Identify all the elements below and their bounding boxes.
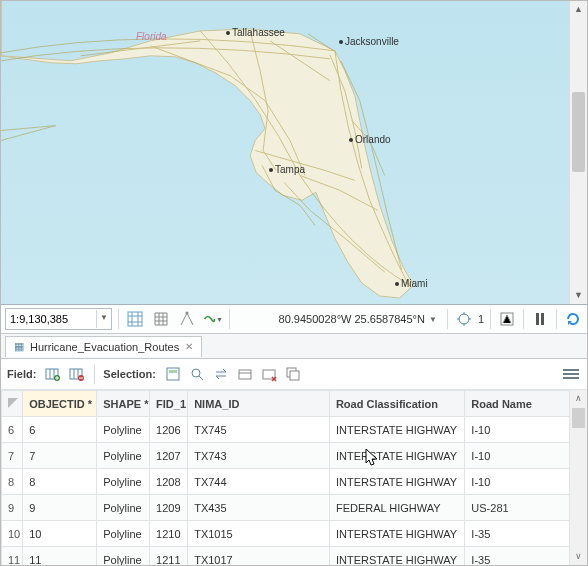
map-label-miami: Miami bbox=[395, 278, 428, 289]
dropdown-icon[interactable]: ▼ bbox=[429, 315, 437, 324]
cell-road-classification: INTERSTATE HIGHWAY bbox=[329, 417, 464, 443]
scroll-thumb[interactable] bbox=[572, 92, 585, 172]
scroll-down-icon[interactable]: ▼ bbox=[570, 287, 587, 304]
cell-road-classification: FEDERAL HIGHWAY bbox=[329, 495, 464, 521]
svg-point-10 bbox=[192, 369, 200, 377]
cell-nima-id: TX744 bbox=[188, 469, 330, 495]
cell-fid: 1209 bbox=[150, 495, 188, 521]
row-number[interactable]: 6 bbox=[2, 417, 23, 443]
row-number[interactable]: 7 bbox=[2, 443, 23, 469]
cell-nima-id: TX1015 bbox=[188, 521, 330, 547]
cell-nima-id: TX743 bbox=[188, 443, 330, 469]
dropdown-icon[interactable]: ▼ bbox=[96, 310, 111, 328]
row-number[interactable]: 10 bbox=[2, 521, 23, 547]
svg-point-1 bbox=[186, 312, 189, 315]
cell-road-classification: INTERSTATE HIGHWAY bbox=[329, 521, 464, 547]
svg-rect-14 bbox=[290, 371, 299, 380]
map-scale-combo[interactable]: ▼ bbox=[5, 308, 112, 330]
column-header-objectid[interactable]: OBJECTID * bbox=[23, 391, 97, 417]
cell-shape: Polyline bbox=[97, 547, 150, 566]
cell-shape: Polyline bbox=[97, 495, 150, 521]
grid-button[interactable] bbox=[151, 309, 171, 329]
snap-to-grid-button[interactable] bbox=[125, 309, 145, 329]
cell-objectid: 6 bbox=[23, 417, 97, 443]
table-row[interactable]: 1010Polyline1210TX1015INTERSTATE HIGHWAY… bbox=[2, 521, 587, 547]
cell-objectid: 9 bbox=[23, 495, 97, 521]
scroll-thumb[interactable] bbox=[572, 408, 585, 428]
scroll-up-icon[interactable]: ∧ bbox=[570, 390, 587, 407]
coordinate-display[interactable]: 80.9450028°W 25.6587845°N ▼ bbox=[279, 313, 437, 325]
switch-selection-button[interactable] bbox=[212, 365, 230, 383]
selectable-layers-button[interactable] bbox=[497, 309, 517, 329]
column-header-fid[interactable]: FID_1 bbox=[150, 391, 188, 417]
clear-selection-button[interactable] bbox=[236, 365, 254, 383]
add-field-button[interactable] bbox=[44, 365, 62, 383]
cell-fid: 1206 bbox=[150, 417, 188, 443]
scroll-down-icon[interactable]: ∨ bbox=[570, 548, 587, 565]
column-header-nima-id[interactable]: NIMA_ID bbox=[188, 391, 330, 417]
cell-shape: Polyline bbox=[97, 443, 150, 469]
close-tab-icon[interactable]: ✕ bbox=[185, 341, 193, 352]
delete-selection-button[interactable] bbox=[260, 365, 278, 383]
cell-shape: Polyline bbox=[97, 417, 150, 443]
map-view[interactable]: Florida Tallahassee Jacksonville Orlando… bbox=[1, 1, 587, 305]
table-header-row: OBJECTID * SHAPE * FID_1 NIMA_ID Road Cl… bbox=[2, 391, 587, 417]
cell-road-classification: INTERSTATE HIGHWAY bbox=[329, 443, 464, 469]
tab-title: Hurricane_Evacuation_Routes bbox=[30, 341, 179, 353]
selected-features-count: 1 bbox=[478, 313, 484, 325]
inference-button[interactable]: ▼ bbox=[203, 309, 223, 329]
cell-fid: 1207 bbox=[150, 443, 188, 469]
svg-point-2 bbox=[459, 314, 469, 324]
pause-drawing-button[interactable] bbox=[530, 309, 550, 329]
cell-fid: 1208 bbox=[150, 469, 188, 495]
map-vertical-scrollbar[interactable]: ▲ ▼ bbox=[569, 1, 587, 304]
zoom-to-selection-button[interactable] bbox=[188, 365, 206, 383]
table-vertical-scrollbar[interactable]: ∧ ∨ bbox=[569, 390, 587, 565]
table-tab[interactable]: ▦ Hurricane_Evacuation_Routes ✕ bbox=[5, 336, 202, 357]
refresh-button[interactable] bbox=[563, 309, 583, 329]
cell-shape: Polyline bbox=[97, 469, 150, 495]
row-number[interactable]: 11 bbox=[2, 547, 23, 566]
cell-objectid: 11 bbox=[23, 547, 97, 566]
field-label: Field: bbox=[7, 368, 36, 380]
table-row[interactable]: 99Polyline1209TX435FEDERAL HIGHWAYUS-281 bbox=[2, 495, 587, 521]
map-label-orlando: Orlando bbox=[349, 134, 391, 145]
map-label-tampa: Tampa bbox=[269, 164, 305, 175]
svg-rect-8 bbox=[167, 368, 179, 380]
cell-nima-id: TX1017 bbox=[188, 547, 330, 566]
map-status-bar: ▼ ▼ 80.9450028°W 25.6587845°N ▼ 1 bbox=[1, 305, 587, 334]
delete-field-button[interactable] bbox=[68, 365, 86, 383]
table-toolbar: Field: Selection: bbox=[1, 359, 587, 390]
table-row[interactable]: 88Polyline1208TX744INTERSTATE HIGHWAYI-1… bbox=[2, 469, 587, 495]
column-header-shape[interactable]: SHAPE * bbox=[97, 391, 150, 417]
cell-nima-id: TX745 bbox=[188, 417, 330, 443]
dynamic-constraints-button[interactable] bbox=[177, 309, 197, 329]
svg-rect-0 bbox=[128, 312, 142, 326]
copy-selection-button[interactable] bbox=[284, 365, 302, 383]
cell-road-classification: INTERSTATE HIGHWAY bbox=[329, 469, 464, 495]
snapping-button[interactable] bbox=[454, 309, 474, 329]
map-label-jacksonville: Jacksonville bbox=[339, 36, 399, 47]
row-number[interactable]: 9 bbox=[2, 495, 23, 521]
selection-label: Selection: bbox=[103, 368, 156, 380]
map-label-tallahassee: Tallahassee bbox=[226, 27, 285, 38]
column-header-road-classification[interactable]: Road Classification bbox=[329, 391, 464, 417]
table-icon: ▦ bbox=[14, 340, 24, 353]
cell-objectid: 7 bbox=[23, 443, 97, 469]
select-by-attributes-button[interactable] bbox=[164, 365, 182, 383]
cell-objectid: 8 bbox=[23, 469, 97, 495]
table-menu-button[interactable] bbox=[563, 367, 579, 381]
table-row[interactable]: 66Polyline1206TX745INTERSTATE HIGHWAYI-1… bbox=[2, 417, 587, 443]
cell-road-classification: INTERSTATE HIGHWAY bbox=[329, 547, 464, 566]
table-row[interactable]: 77Polyline1207TX743INTERSTATE HIGHWAYI-1… bbox=[2, 443, 587, 469]
map-scale-input[interactable] bbox=[6, 310, 96, 328]
cell-fid: 1210 bbox=[150, 521, 188, 547]
table-row[interactable]: 1111Polyline1211TX1017INTERSTATE HIGHWAY… bbox=[2, 547, 587, 566]
svg-rect-9 bbox=[169, 370, 177, 373]
attribute-table[interactable]: OBJECTID * SHAPE * FID_1 NIMA_ID Road Cl… bbox=[1, 390, 587, 565]
map-label-florida: Florida bbox=[136, 31, 167, 42]
scroll-up-icon[interactable]: ▲ bbox=[570, 1, 587, 18]
row-header-corner[interactable] bbox=[2, 391, 23, 417]
svg-rect-11 bbox=[239, 370, 251, 379]
row-number[interactable]: 8 bbox=[2, 469, 23, 495]
